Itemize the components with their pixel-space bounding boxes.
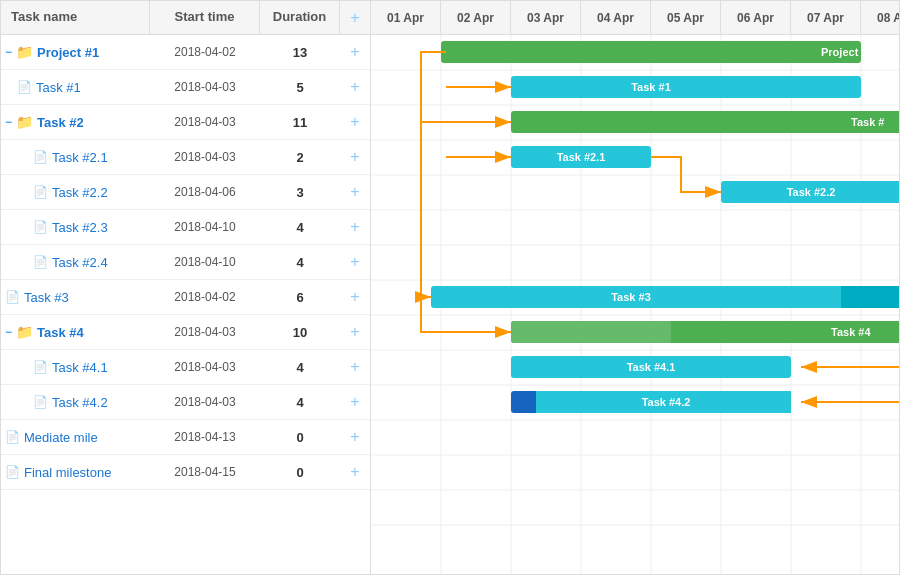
task-name-cell: 📄 Task #4.1 — [1, 360, 150, 375]
table-row: 📄 Task #2.4 2018-04-10 4 + — [1, 245, 370, 280]
task-start-cell: 2018-04-06 — [150, 185, 260, 199]
task-start-cell: 2018-04-03 — [150, 360, 260, 374]
task-start-cell: 2018-04-10 — [150, 255, 260, 269]
task-start-cell: 2018-04-03 — [150, 80, 260, 94]
task-name-cell: 📄 Task #3 — [1, 290, 150, 305]
task-dur-cell: 4 — [260, 395, 340, 410]
task-link[interactable]: Mediate mile — [24, 430, 98, 445]
doc-icon: 📄 — [33, 255, 48, 269]
task-link[interactable]: Task #4 — [37, 325, 84, 340]
task-dur-cell: 5 — [260, 80, 340, 95]
task-start-cell: 2018-04-13 — [150, 430, 260, 444]
bar-task4-label: Task #4 — [831, 326, 871, 338]
collapse-icon[interactable]: − — [5, 115, 12, 129]
task-name-cell: 📄 Task #2.1 — [1, 150, 150, 165]
task-dur-cell: 4 — [260, 255, 340, 270]
task-add-cell[interactable]: + — [340, 78, 370, 96]
task-link[interactable]: Task #2.1 — [52, 150, 108, 165]
bar-task1-label: Task #1 — [631, 81, 671, 93]
bar-task41-label: Task #4.1 — [627, 361, 676, 373]
date-col-02apr: 02 Apr — [441, 1, 511, 34]
bar-task2-label: Task # — [851, 116, 884, 128]
task-start-cell: 2018-04-03 — [150, 325, 260, 339]
doc-icon: 📄 — [5, 465, 20, 479]
task-add-cell[interactable]: + — [340, 358, 370, 376]
col-add-header[interactable]: + — [340, 1, 370, 34]
gantt-body: Project Task #1 Task # Task #2.1 Task #2… — [371, 35, 899, 574]
task-link[interactable]: Task #2 — [37, 115, 84, 130]
bar-task2 — [511, 111, 899, 133]
date-col-04apr: 04 Apr — [581, 1, 651, 34]
task-link[interactable]: Final milestone — [24, 465, 111, 480]
task-add-cell[interactable]: + — [340, 288, 370, 306]
task-add-cell[interactable]: + — [340, 428, 370, 446]
doc-icon: 📄 — [17, 80, 32, 94]
table-row: 📄 Mediate mile 2018-04-13 0 + — [1, 420, 370, 455]
task-dur-cell: 0 — [260, 430, 340, 445]
doc-icon: 📄 — [33, 360, 48, 374]
task-add-cell[interactable]: + — [340, 393, 370, 411]
col-start-header: Start time — [150, 1, 260, 34]
task-link[interactable]: Task #1 — [36, 80, 81, 95]
left-header: Task name Start time Duration + — [1, 1, 370, 35]
collapse-icon[interactable]: − — [5, 45, 12, 59]
collapse-icon[interactable]: − — [5, 325, 12, 339]
task-name-cell: 📄 Task #2.3 — [1, 220, 150, 235]
task-dur-cell: 4 — [260, 360, 340, 375]
table-row: 📄 Task #4.1 2018-04-03 4 + — [1, 350, 370, 385]
task-link[interactable]: Task #2.3 — [52, 220, 108, 235]
bar-proj1-label: Project — [821, 46, 859, 58]
folder-icon: 📁 — [16, 324, 33, 340]
table-row: − 📁 Project #1 2018-04-02 13 + — [1, 35, 370, 70]
bar-proj1 — [441, 41, 861, 63]
task-link[interactable]: Task #3 — [24, 290, 69, 305]
doc-icon: 📄 — [33, 220, 48, 234]
doc-icon: 📄 — [33, 185, 48, 199]
task-start-cell: 2018-04-15 — [150, 465, 260, 479]
col-dur-header: Duration — [260, 1, 340, 34]
task-name-cell: 📄 Task #4.2 — [1, 395, 150, 410]
doc-icon: 📄 — [33, 395, 48, 409]
table-row: 📄 Task #4.2 2018-04-03 4 + — [1, 385, 370, 420]
task-start-cell: 2018-04-03 — [150, 115, 260, 129]
task-start-cell: 2018-04-02 — [150, 45, 260, 59]
task-name-cell: − 📁 Task #2 — [1, 114, 150, 130]
task-add-cell[interactable]: + — [340, 183, 370, 201]
task-link[interactable]: Task #2.4 — [52, 255, 108, 270]
doc-icon: 📄 — [33, 150, 48, 164]
task-add-cell[interactable]: + — [340, 113, 370, 131]
table-row: 📄 Task #2.2 2018-04-06 3 + — [1, 175, 370, 210]
task-link[interactable]: Project #1 — [37, 45, 99, 60]
task-add-cell[interactable]: + — [340, 463, 370, 481]
bar-task3-label: Task #3 — [611, 291, 651, 303]
task-name-cell: 📄 Mediate mile — [1, 430, 150, 445]
task-dur-cell: 2 — [260, 150, 340, 165]
task-dur-cell: 10 — [260, 325, 340, 340]
folder-icon: 📁 — [16, 44, 33, 60]
task-link[interactable]: Task #2.2 — [52, 185, 108, 200]
task-start-cell: 2018-04-10 — [150, 220, 260, 234]
task-link[interactable]: Task #4.2 — [52, 395, 108, 410]
table-row: 📄 Task #1 2018-04-03 5 + — [1, 70, 370, 105]
bar-task42-label: Task #4.2 — [642, 396, 691, 408]
task-add-cell[interactable]: + — [340, 253, 370, 271]
task-dur-cell: 13 — [260, 45, 340, 60]
table-row: 📄 Task #2.3 2018-04-10 4 + — [1, 210, 370, 245]
table-row: − 📁 Task #2 2018-04-03 11 + — [1, 105, 370, 140]
task-add-cell[interactable]: + — [340, 323, 370, 341]
date-col-05apr: 05 Apr — [651, 1, 721, 34]
task-add-cell[interactable]: + — [340, 218, 370, 236]
gantt-container: Task name Start time Duration + − 📁 Proj… — [0, 0, 900, 575]
task-add-cell[interactable]: + — [340, 148, 370, 166]
col-task-header: Task name — [1, 1, 150, 34]
task-name-cell: 📄 Task #2.2 — [1, 185, 150, 200]
table-row: 📄 Task #2.1 2018-04-03 2 + — [1, 140, 370, 175]
gantt-header: 01 Apr 02 Apr 03 Apr 04 Apr 05 Apr 06 Ap… — [371, 1, 899, 35]
bar-task1 — [511, 76, 861, 98]
date-col-03apr: 03 Apr — [511, 1, 581, 34]
task-link[interactable]: Task #4.1 — [52, 360, 108, 375]
task-name-cell: − 📁 Project #1 — [1, 44, 150, 60]
task-add-cell[interactable]: + — [340, 43, 370, 61]
date-col-08apr: 08 Apr — [861, 1, 899, 34]
task-dur-cell: 3 — [260, 185, 340, 200]
